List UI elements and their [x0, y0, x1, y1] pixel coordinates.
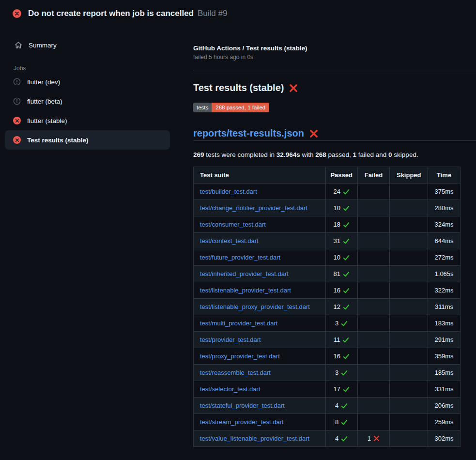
check-icon — [341, 419, 348, 426]
table-row: test/reassemble_test.dart 3 185ms — [194, 365, 461, 381]
col-header-test-suite: Test suite — [194, 167, 326, 184]
time-cell: 206ms — [428, 398, 461, 414]
passed-cell: 8 — [325, 414, 357, 430]
report-link[interactable]: reports/test-results.json — [193, 128, 304, 139]
check-icon — [343, 205, 350, 212]
report-title-row: reports/test-results.json — [193, 128, 476, 141]
badge-value: 268 passed, 1 failed — [212, 103, 269, 112]
passed-cell: 4 — [325, 430, 357, 447]
passed-value: 4 — [335, 402, 338, 409]
passed-cell: 12 — [325, 299, 357, 315]
time-cell: 324ms — [428, 216, 461, 233]
skipped-cell — [390, 381, 428, 398]
suite-link[interactable]: test/listenable_provider_test.dart — [200, 287, 291, 294]
passed-cell: 81 — [325, 266, 357, 282]
passed-cell: 10 — [325, 249, 357, 266]
skipped-cell — [390, 332, 428, 348]
time-cell: 185ms — [428, 365, 461, 381]
alert-circle-icon — [13, 97, 21, 105]
total-count: 269 — [193, 151, 204, 158]
failed-cell — [357, 398, 390, 414]
table-row: test/consumer_test.dart 18 324ms — [194, 216, 461, 233]
passed-value: 16 — [333, 287, 340, 294]
sidebar-item-flutter-stable[interactable]: flutter (stable) — [5, 111, 170, 130]
time-cell: 183ms — [428, 315, 461, 332]
table-row: test/inherited_provider_test.dart 81 1.0… — [194, 266, 461, 282]
job-label: flutter (dev) — [27, 78, 60, 86]
table-row: test/listenable_proxy_provider_test.dart… — [194, 299, 461, 315]
skipped-cell — [390, 233, 428, 249]
time-cell: 359ms — [428, 348, 461, 365]
check-icon — [343, 238, 350, 245]
col-header-time: Time — [428, 167, 461, 184]
fail-x-icon — [373, 435, 380, 442]
time-cell: 280ms — [428, 200, 461, 216]
passed-cell: 16 — [325, 282, 357, 299]
failed-cell — [357, 332, 390, 348]
passed-value: 24 — [333, 188, 340, 195]
failed-status-icon — [13, 117, 21, 124]
suite-link[interactable]: test/inherited_provider_test.dart — [200, 270, 289, 277]
sidebar-item-test-results-stable[interactable]: Test results (stable) — [5, 130, 170, 150]
skipped-cell — [390, 266, 428, 282]
table-row: test/change_notifier_provider_test.dart … — [194, 200, 461, 216]
test-results-table: Test suite Passed Failed Skipped Time te… — [193, 167, 461, 447]
suite-link[interactable]: test/value_listenable_provider_test.dart — [200, 435, 309, 442]
job-label: Test results (stable) — [27, 137, 89, 144]
failed-x-icon — [289, 84, 298, 92]
skipped-cell — [390, 398, 428, 414]
check-icon — [342, 337, 349, 343]
failed-cell — [357, 348, 390, 365]
sidebar-summary-label: Summary — [29, 42, 57, 49]
section-title: Test results (stable) — [193, 82, 284, 93]
badge-label: tests — [193, 103, 212, 112]
check-icon — [343, 287, 350, 294]
suite-link[interactable]: test/context_test.dart — [200, 237, 259, 245]
passed-value: 3 — [335, 369, 338, 376]
table-row: test/provider_test.dart 11 291ms — [194, 332, 461, 348]
sidebar-item-flutter-dev[interactable]: flutter (dev) — [5, 72, 170, 92]
suite-link[interactable]: test/reassemble_test.dart — [200, 369, 271, 376]
skipped-cell — [390, 299, 428, 315]
skipped-cell — [390, 365, 428, 381]
passed-value: 16 — [333, 353, 340, 360]
passed-value: 10 — [333, 254, 340, 261]
suite-link[interactable]: test/change_notifier_provider_test.dart — [200, 204, 307, 212]
col-header-passed: Passed — [325, 167, 357, 184]
table-row: test/listenable_provider_test.dart 16 32… — [194, 282, 461, 299]
check-icon — [343, 254, 350, 261]
sidebar-item-summary[interactable]: Summary — [5, 35, 179, 55]
passed-cell: 10 — [325, 200, 357, 216]
sidebar: Summary Jobs flutter (dev) flutter (beta… — [0, 27, 184, 150]
passed-count: 268 — [315, 151, 326, 158]
failed-cell — [357, 216, 390, 233]
passed-cell: 24 — [325, 184, 357, 200]
passed-cell: 16 — [325, 348, 357, 365]
section-title-row: Test results (stable) — [193, 82, 476, 93]
col-header-failed: Failed — [357, 167, 390, 184]
sidebar-item-flutter-beta[interactable]: flutter (beta) — [5, 92, 170, 111]
failed-value: 1 — [368, 435, 371, 442]
skipped-cell — [390, 184, 428, 200]
check-icon — [343, 353, 350, 360]
suite-link[interactable]: test/stream_provider_test.dart — [200, 418, 284, 426]
passed-value: 8 — [335, 418, 338, 426]
suite-link[interactable]: test/builder_test.dart — [200, 188, 257, 195]
suite-link[interactable]: test/multi_provider_test.dart — [200, 320, 277, 327]
suite-link[interactable]: test/provider_test.dart — [200, 336, 261, 343]
time-cell: 375ms — [428, 184, 461, 200]
time-cell: 331ms — [428, 381, 461, 398]
suite-link[interactable]: test/listenable_proxy_provider_test.dart — [200, 303, 310, 310]
failed-status-icon — [13, 9, 21, 18]
check-icon — [343, 188, 350, 195]
passed-value: 18 — [333, 221, 340, 228]
suite-link[interactable]: test/selector_test.dart — [200, 385, 260, 393]
suite-link[interactable]: test/future_provider_test.dart — [200, 254, 280, 261]
suite-link[interactable]: test/stateful_provider_test.dart — [200, 402, 285, 409]
suite-link[interactable]: test/consumer_test.dart — [200, 221, 266, 228]
check-icon — [343, 271, 350, 277]
check-icon — [341, 435, 348, 442]
skipped-cell — [390, 414, 428, 430]
suite-link[interactable]: test/proxy_provider_test.dart — [200, 353, 280, 360]
table-row: test/selector_test.dart 17 331ms — [194, 381, 461, 398]
